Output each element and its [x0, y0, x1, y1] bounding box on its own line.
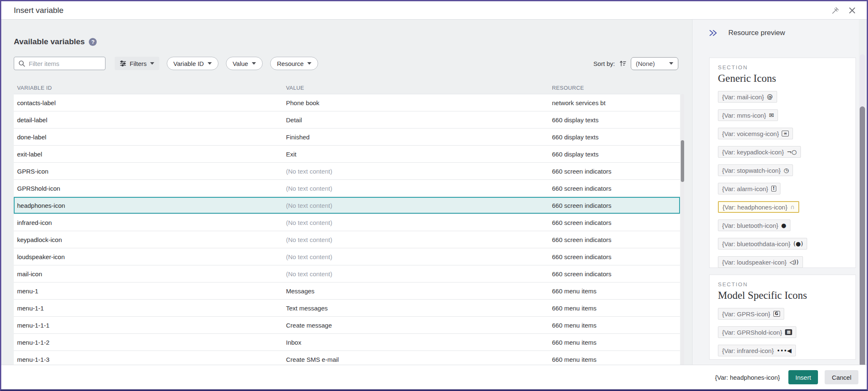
filter-pill-value[interactable]: Value [226, 57, 263, 70]
table-row[interactable]: menu-1Messages660 menu items [14, 283, 680, 300]
table-row[interactable]: headphones-icon(No text content)660 scre… [14, 197, 680, 214]
variable-chip-GPRS-icon[interactable]: {Var: GPRS-icon}G [718, 308, 784, 320]
table-row[interactable]: infrared-icon(No text content)660 screen… [14, 214, 680, 231]
sort-select[interactable]: (None) [631, 57, 678, 70]
chevron-down-icon [150, 62, 154, 65]
table-row[interactable]: menu-1-1Text messages660 menu items [14, 300, 680, 317]
cell-value: (No text content) [286, 185, 552, 192]
table-body: contacts-labelPhone booknetwork services… [14, 94, 680, 368]
table-row[interactable]: menu-1-1-1Create message660 menu items [14, 317, 680, 334]
cell-variable-id: menu-1-1-1 [17, 322, 286, 329]
filters-icon [120, 60, 126, 67]
cell-resource: network services bt [552, 99, 677, 106]
dialog-titlebar: Insert variable [1, 1, 867, 20]
collapse-panel-icon[interactable] [708, 29, 718, 37]
search-box[interactable] [14, 57, 105, 70]
chip-list: {Var: mail-icon}@{Var: mms-icon}✉{Var: v… [718, 91, 847, 268]
sort-select-value: (None) [636, 60, 666, 67]
filter-pill-resource[interactable]: Resource [270, 57, 318, 70]
table-row[interactable]: mail-icon(No text content)660 screen ind… [14, 265, 680, 283]
cell-resource: 660 menu items [552, 305, 677, 312]
variable-chip-headphones-icon[interactable]: {Var: headphones-icon}∩ [718, 201, 799, 213]
alarm-icon: ! [771, 186, 777, 192]
cell-variable-id: headphones-icon [17, 202, 286, 209]
variable-chip-infrared-icon[interactable]: {Var: infrared-icon}•••◀ [718, 345, 796, 356]
cell-variable-id: menu-1-1-2 [17, 339, 286, 346]
cell-resource: 660 screen indicators [552, 202, 677, 209]
chip-label: {Var: infrared-icon} [722, 347, 774, 354]
column-header-variable-id: VARIABLE ID [17, 85, 286, 91]
cell-variable-id: exit-label [17, 151, 286, 158]
cell-value: Text messages [286, 305, 552, 312]
chip-label: {Var: headphones-icon} [722, 204, 788, 211]
table-row[interactable]: GPRS-icon(No text content)660 screen ind… [14, 163, 680, 180]
cell-variable-id: infrared-icon [17, 219, 286, 226]
panel-scrollbar-track [860, 54, 865, 374]
variable-chip-GPRShold-icon[interactable]: {Var: GPRShold-icon}▩ [718, 326, 796, 338]
chevron-down-icon [208, 62, 212, 65]
filter-pill-variable-id[interactable]: Variable ID [167, 57, 218, 70]
cell-variable-id: menu-1-1-3 [17, 356, 286, 363]
search-input[interactable] [29, 60, 112, 67]
mms-icon: ✉ [769, 112, 774, 118]
variable-chip-bluetooth-icon[interactable]: {Var: bluetooth-icon}● [718, 219, 790, 231]
table-row[interactable]: detail-labelDetail660 display texts [14, 111, 680, 129]
pin-icon[interactable] [830, 5, 841, 16]
cell-resource: 660 screen indicators [552, 270, 677, 277]
cell-value: (No text content) [286, 219, 552, 226]
section-label: SECTION [718, 64, 847, 71]
table-row[interactable]: menu-1-1-2Inbox660 menu items [14, 334, 680, 351]
cell-value: Create SMS e-mail [286, 356, 552, 363]
available-variables-title: Available variables [14, 37, 85, 46]
variable-chip-alarm-icon[interactable]: {Var: alarm-icon}! [718, 183, 780, 194]
panel-scrollbar-thumb[interactable] [860, 106, 865, 373]
filter-toolbar: Filters Variable ID Value Resource Sort … [14, 57, 678, 70]
table-row[interactable]: loudspeaker-icon(No text content)660 scr… [14, 248, 680, 265]
bluetooth-icon: ● [781, 222, 786, 228]
keypadlock-icon: ¬○ [787, 149, 797, 155]
help-icon[interactable]: ? [89, 38, 97, 46]
cell-variable-id: loudspeaker-icon [17, 253, 286, 260]
sort-by-label: Sort by: [593, 60, 615, 67]
variable-chip-bluetoothdata-icon[interactable]: {Var: bluetoothdata-icon}(●) [718, 238, 807, 250]
cell-resource: 660 menu items [552, 322, 677, 329]
table-row[interactable]: GPRShold-icon(No text content)660 screen… [14, 180, 680, 197]
cell-variable-id: GPRShold-icon [17, 185, 286, 192]
variable-chip-stopwatch-icon[interactable]: {Var: stopwatch-icon}◷ [718, 164, 793, 176]
cell-value: Finished [286, 134, 552, 141]
table-row[interactable]: exit-labelExit660 display texts [14, 146, 680, 163]
table-row[interactable]: done-labelFinished660 display texts [14, 129, 680, 146]
voicemsg-icon: ∞ [782, 131, 788, 136]
table-row[interactable]: keypadlock-icon(No text content)660 scre… [14, 231, 680, 248]
cell-value: (No text content) [286, 253, 552, 260]
chip-label: {Var: mail-icon} [722, 93, 764, 101]
table-scrollbar-thumb[interactable] [681, 140, 684, 182]
close-icon[interactable] [847, 5, 858, 16]
cell-variable-id: keypadlock-icon [17, 236, 286, 243]
headphones-icon: ∩ [790, 204, 795, 210]
variable-chip-keypadlock-icon[interactable]: {Var: keypadlock-icon}¬○ [718, 146, 801, 158]
insert-button[interactable]: Insert [788, 370, 818, 384]
variable-chip-loudspeaker-icon[interactable]: {Var: loudspeaker-icon}◁)) [718, 256, 803, 268]
pill-label: Value [233, 60, 248, 67]
variable-chip-voicemsg-icon[interactable]: {Var: voicemsg-icon}∞ [718, 128, 793, 139]
cell-resource: 660 screen indicators [552, 168, 677, 175]
cell-value: Create message [286, 322, 552, 329]
cell-value: Exit [286, 151, 552, 158]
cell-variable-id: contacts-label [17, 99, 286, 106]
filters-button[interactable]: Filters [115, 57, 159, 70]
preview-section-model-specific-icons: SECTIONModel Specific Icons{Var: GPRS-ic… [709, 275, 856, 360]
cell-value: (No text content) [286, 168, 552, 175]
cell-resource: 660 display texts [552, 134, 677, 141]
chevron-down-icon [252, 62, 256, 65]
table-header: VARIABLE ID VALUE RESOURCE [14, 81, 680, 94]
cancel-button[interactable]: Cancel [825, 370, 858, 384]
cell-variable-id: done-label [17, 134, 286, 141]
sort-order-icon[interactable] [619, 60, 627, 67]
variable-chip-mms-icon[interactable]: {Var: mms-icon}✉ [718, 109, 778, 121]
cell-value: (No text content) [286, 236, 552, 243]
chip-label: {Var: GPRShold-icon} [722, 329, 782, 336]
cell-value: Messages [286, 288, 552, 295]
table-row[interactable]: contacts-labelPhone booknetwork services… [14, 94, 680, 111]
variable-chip-mail-icon[interactable]: {Var: mail-icon}@ [718, 91, 777, 103]
